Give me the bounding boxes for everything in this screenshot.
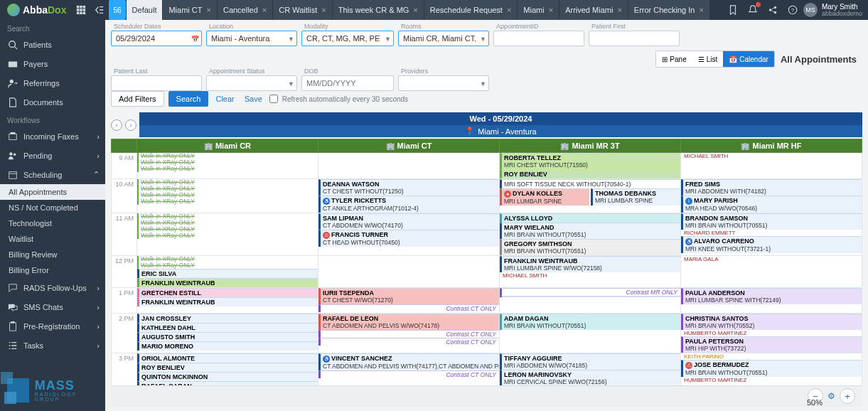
prev-day-button[interactable]: ‹ bbox=[111, 119, 122, 131]
appointment[interactable]: ♿TYLER RICKETTSCT ANKLE ARTHOGRAM(71012-… bbox=[318, 196, 499, 213]
tab-arrived[interactable]: Arrived Miami× bbox=[559, 0, 628, 20]
close-icon[interactable]: × bbox=[507, 6, 511, 14]
slot[interactable]: JAN CROSSLEY KATHLEEN DAHL AUGUSTO SMITH… bbox=[137, 314, 318, 353]
walkin-slot[interactable]: Walk-in XRay ONLY bbox=[137, 233, 318, 239]
appointment[interactable]: FRANKLIN WEINTRAUB bbox=[137, 278, 318, 287]
close-icon[interactable]: × bbox=[549, 6, 553, 14]
sidebar-sub-all-appointments[interactable]: All Appointments bbox=[0, 184, 105, 200]
appointment[interactable]: ♿ALVARO CARRENOMRI KNEE WITHOUT(73721-1) bbox=[681, 236, 862, 253]
appointment[interactable]: ADAM DAGANMRI BRAIN WITHOUT(70551) bbox=[500, 314, 680, 330]
slot[interactable]: Contrast MR ONLY bbox=[500, 288, 681, 314]
walkin-slot[interactable]: Walk-in XRay ONLY bbox=[137, 198, 318, 205]
user-block[interactable]: Mary Smith abbadoxdemo bbox=[819, 4, 862, 17]
clear-link[interactable]: Clear bbox=[213, 95, 237, 103]
appointment[interactable]: KATHLEEN DAHL bbox=[137, 323, 318, 332]
list-view-button[interactable]: ☰ List bbox=[692, 51, 724, 67]
slot[interactable]: ROBERTA TELLEZMRI CHEST WITHOUT(71550) R… bbox=[500, 153, 681, 179]
sidebar-item-scheduling[interactable]: Scheduling⌃ bbox=[0, 165, 105, 184]
appointment[interactable]: iMARY PARISHMRA HEAD W/WO(70546) bbox=[681, 196, 862, 213]
help-icon[interactable]: ? bbox=[783, 0, 802, 20]
slot[interactable] bbox=[318, 153, 500, 179]
slot[interactable]: MARIA GALA bbox=[681, 256, 862, 288]
tab-count[interactable]: 56 bbox=[109, 0, 125, 20]
providers-select[interactable] bbox=[398, 75, 489, 91]
close-icon[interactable]: × bbox=[617, 6, 621, 14]
appointment[interactable]: CHRISTINA SANTOSMRI BRAIN WITH(70552) bbox=[681, 314, 862, 330]
rooms-select[interactable] bbox=[398, 31, 489, 46]
appointment[interactable]: QUINTON MCKINNON bbox=[137, 372, 318, 381]
slot[interactable]: ALYSSA LLOYD MARY WIELANDMRI BRAIN WITHO… bbox=[500, 213, 681, 256]
walkin-slot[interactable]: Walk-in XRay ONLY bbox=[137, 166, 318, 172]
close-icon[interactable]: × bbox=[699, 6, 703, 14]
slot[interactable]: CHRISTINA SANTOSMRI BRAIN WITH(70552) HU… bbox=[681, 314, 862, 353]
close-icon[interactable]: × bbox=[207, 6, 211, 14]
cancelled-note[interactable]: RICHARD EMMETT bbox=[681, 230, 862, 236]
slot[interactable]: SAM LIPMANCT ABDOMEN W/WO(74170) ⚠FRANCI… bbox=[318, 213, 500, 256]
sidebar-item-rads[interactable]: RADS Follow-Ups› bbox=[0, 278, 105, 297]
appointment[interactable]: RAFAEL DE LEONCT ABDOMEN AND PELVIS W/WO… bbox=[318, 314, 499, 330]
modality-select[interactable] bbox=[301, 31, 394, 46]
appointment[interactable]: LERON MARINOVSKYMRI CERVICAL SPINE W/WO(… bbox=[500, 370, 680, 385]
patient-last-input[interactable] bbox=[111, 75, 202, 91]
close-icon[interactable]: × bbox=[262, 6, 267, 14]
contrast-slot[interactable]: Contrast MR ONLY bbox=[500, 288, 680, 296]
slot[interactable]: MRI SOFT TISSUE NECK WITHOUT(70540-1) ●D… bbox=[500, 179, 681, 213]
calendar-view-button[interactable]: 📅 Calendar bbox=[723, 51, 774, 67]
slot[interactable]: Walk-in XRay ONLY Walk-in XRay ONLY Walk… bbox=[137, 179, 318, 213]
appointment[interactable]: FRANKLIN WEINTRAUBMRI LUMBAR SPINE W/WO(… bbox=[500, 256, 680, 272]
sidebar-item-sms[interactable]: SMS Chats› bbox=[0, 297, 105, 316]
slot[interactable]: KEITH PARINO ⚠JOSE BERMUDEZMRI BRAIN WIT… bbox=[681, 353, 862, 386]
zoom-in-button[interactable]: + bbox=[840, 388, 855, 404]
appointment[interactable]: PAULA ANDERSONMRI LUMBAR SPINE WITH(7214… bbox=[681, 288, 862, 304]
appointment[interactable]: ⚠FRANCIS TURNERCT HEAD WITHOUT(70450) bbox=[318, 230, 499, 247]
dob-input[interactable] bbox=[301, 75, 394, 91]
sidebar-sub-billing-review[interactable]: Billing Review bbox=[0, 247, 105, 262]
sidebar-sub-technologist[interactable]: Technologist bbox=[0, 215, 105, 231]
calendar-grid[interactable]: 🏢Miami CR 🏢Miami CT 🏢Miami MR 3T 🏢Miami … bbox=[111, 139, 862, 385]
slot[interactable]: TIFFANY AGGUIREMRI ABDOMEN W/WO(74185) L… bbox=[500, 353, 681, 386]
cancelled-note[interactable]: MARIA GALA bbox=[681, 256, 862, 262]
contrast-slot[interactable]: Contrast CT ONLY bbox=[318, 370, 499, 378]
col-header-miami-cr[interactable]: 🏢Miami CR bbox=[137, 139, 318, 153]
cancelled-note[interactable]: MICHAEL SMITH bbox=[500, 272, 680, 279]
col-header-miami-mr3t[interactable]: 🏢Miami MR 3T bbox=[500, 139, 681, 153]
col-header-miami-ct[interactable]: 🏢Miami CT bbox=[318, 139, 500, 153]
share-icon[interactable] bbox=[763, 0, 782, 20]
auto-refresh-input[interactable] bbox=[269, 95, 278, 103]
appointment-status-select[interactable] bbox=[206, 75, 297, 91]
tab-reschedule[interactable]: Reschedule Request× bbox=[424, 0, 518, 20]
scheduler-dates-input[interactable] bbox=[111, 31, 202, 46]
sidebar-item-referrings[interactable]: Referrings bbox=[0, 73, 105, 92]
sidebar-sub-waitlist[interactable]: Waitlist bbox=[0, 231, 105, 247]
appointment[interactable]: ♿VINCENT SANCHEZCT ABDOMEN AND PELVIS WI… bbox=[318, 353, 499, 370]
slot[interactable]: ♿VINCENT SANCHEZCT ABDOMEN AND PELVIS WI… bbox=[318, 353, 500, 386]
appointment[interactable]: GRETCHEN ESTILL bbox=[137, 288, 318, 297]
slot[interactable]: FRED SIMSMRI ABDOMEN WITH(74182) iMARY P… bbox=[681, 179, 862, 213]
tab-miami-ct[interactable]: Miami CT× bbox=[163, 0, 218, 20]
tab-error[interactable]: Error Checking In× bbox=[628, 0, 710, 20]
appointment-id-input[interactable] bbox=[493, 31, 584, 46]
close-icon[interactable]: × bbox=[321, 6, 326, 14]
slot[interactable] bbox=[318, 256, 500, 288]
slot[interactable]: IURII TSEPENDACT CHEST W/WO(71270) Contr… bbox=[318, 288, 500, 314]
slot[interactable]: RAFAEL DE LEONCT ABDOMEN AND PELVIS W/WO… bbox=[318, 314, 500, 353]
avatar[interactable]: MS bbox=[803, 3, 818, 17]
sidebar-item-documents[interactable]: Documents bbox=[0, 92, 105, 112]
appointment[interactable]: ROBERTA TELLEZMRI CHEST WITHOUT(71550) bbox=[500, 153, 680, 169]
slot[interactable]: GRETCHEN ESTILL FRANKLIN WEINTRAUB bbox=[137, 288, 318, 314]
sidebar-item-payers[interactable]: Payers bbox=[0, 54, 105, 73]
appointment[interactable]: IURII TSEPENDACT CHEST W/WO(71270) bbox=[318, 288, 499, 304]
sidebar-sub-ns[interactable]: NS / Not Completed bbox=[0, 200, 105, 215]
tab-miami[interactable]: Miami× bbox=[518, 0, 559, 20]
location-select[interactable] bbox=[206, 31, 297, 46]
close-icon[interactable]: × bbox=[413, 6, 417, 14]
sidebar-item-patients[interactable]: Patients bbox=[0, 35, 105, 54]
collapse-sidebar-icon[interactable] bbox=[90, 0, 109, 20]
appointment[interactable]: ROY BENLIEV bbox=[137, 363, 318, 372]
appointment[interactable]: MARY WIELANDMRI BRAIN WITHOUT(70551) bbox=[500, 223, 680, 239]
appointment[interactable]: FRED SIMSMRI ABDOMEN WITH(74182) bbox=[681, 179, 862, 196]
sidebar-item-pending[interactable]: Pending› bbox=[0, 146, 105, 165]
slot[interactable]: Walk-in XRay ONLY Walk-in XRay ONLY Walk… bbox=[137, 213, 318, 256]
slot[interactable]: DEANNA WATSONCT CHEST WITHOUT(71250) ♿TY… bbox=[318, 179, 500, 213]
slot[interactable]: Walk-in XRay ONLY Walk-in XRay ONLY Walk… bbox=[137, 153, 318, 179]
